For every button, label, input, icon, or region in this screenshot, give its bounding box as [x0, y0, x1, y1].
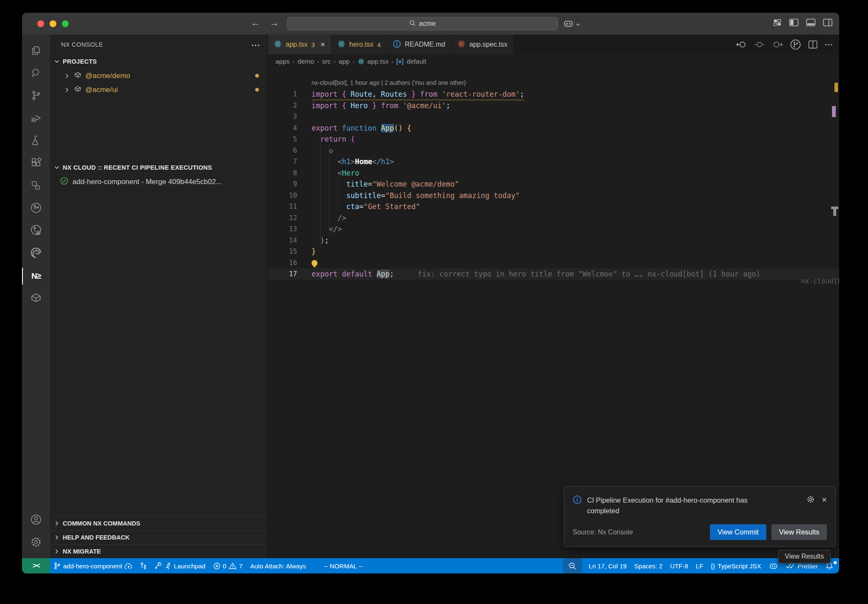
sidebar-item-explorer[interactable] [22, 40, 50, 62]
package-icon [74, 85, 82, 95]
toggle-secondary-sidebar-icon[interactable] [823, 18, 833, 27]
project-label: @acme/ui [85, 86, 118, 94]
lightbulb-icon[interactable] [312, 260, 317, 266]
code-line-7[interactable]: 7 <h1>Home</h1> [268, 156, 839, 168]
breadcrumb-item[interactable]: demo [298, 58, 314, 65]
toggle-panel-icon[interactable] [806, 18, 816, 27]
section-nx-cloud[interactable]: NX CLOUD :: RECENT CI PIPELINE EXECUTION… [50, 160, 267, 175]
sidebar-item-run-debug[interactable] [22, 107, 50, 130]
code-line-12[interactable]: 12 /> [268, 213, 839, 224]
zoom-status-item[interactable] [563, 558, 582, 573]
line-number: 11 [268, 201, 312, 213]
pipeline-execution-item[interactable]: add-hero-component - Merge 409b44e5cb02.… [50, 175, 267, 189]
branch-status-item[interactable]: add-hero-component [50, 558, 136, 573]
accounts-button[interactable] [22, 509, 50, 531]
section-help-and-feedback[interactable]: HELP AND FEEDBACK [50, 530, 267, 544]
code-line-15[interactable]: 15} [268, 246, 839, 257]
info-icon [573, 495, 582, 517]
sidebar-item-edge-tools[interactable] [22, 242, 50, 265]
git-compare-status-item[interactable] [136, 558, 150, 573]
notification-settings-gear-icon[interactable] [806, 495, 815, 506]
view-commit-button[interactable]: View Commit [710, 524, 766, 540]
sidebar-item-testing[interactable] [22, 130, 50, 152]
sidebar-item-extensions[interactable] [22, 152, 50, 175]
code-line-3[interactable]: 3 [268, 111, 839, 123]
code-line-11[interactable]: 11 cta="Get Started" [268, 201, 839, 213]
breadcrumb-item[interactable]: app [339, 58, 350, 65]
current-change-icon[interactable] [754, 41, 765, 48]
code-line-14[interactable]: 14 ); [268, 235, 839, 246]
previous-change-icon[interactable] [736, 41, 747, 48]
breadcrumb-item[interactable]: app.tsx [367, 58, 389, 65]
sidebar-item-gitlens[interactable] [22, 220, 50, 242]
sidebar-item-source-control[interactable] [22, 85, 50, 107]
breadcrumb-item[interactable]: src [322, 58, 331, 65]
customize-layout-icon[interactable] [773, 19, 782, 26]
section-projects[interactable]: PROJECTS [50, 54, 267, 69]
code-line-2[interactable]: 2import { Hero } from '@acme/ui'; [268, 100, 839, 112]
tab-badge: 3 [312, 41, 315, 48]
code-line-17[interactable]: 17export default App;fix: correct typo i… [268, 268, 839, 280]
next-change-icon[interactable] [772, 41, 783, 48]
eol-status-item[interactable]: LF [692, 558, 707, 573]
more-actions-icon[interactable] [825, 44, 832, 46]
toggle-primary-sidebar-icon[interactable] [789, 18, 799, 27]
code-line-4[interactable]: 4export function App() { [268, 123, 839, 134]
sidebar-item-remote-explorer[interactable] [22, 175, 50, 197]
close-window-button[interactable] [37, 20, 44, 27]
nx-cloud-icon [30, 201, 42, 216]
code-editor[interactable]: nx-cloud[bot], 1 hour ago | 2 authors (Y… [268, 69, 839, 558]
indentation-status-item[interactable]: Spaces: 2 [630, 558, 666, 573]
more-actions-icon[interactable] [251, 41, 260, 48]
auto-attach-status-item[interactable]: Auto Attach: Always [246, 558, 310, 573]
section-common-nx-commands[interactable]: COMMON NX COMMANDS [50, 516, 267, 530]
sidebar-item-search[interactable] [22, 62, 50, 85]
sidebar-item-nx-console[interactable]: N≥ [22, 265, 50, 287]
breadcrumb-item[interactable]: default [406, 58, 426, 65]
copilot-menu[interactable] [563, 18, 580, 31]
section-nx-migrate[interactable]: NX MIGRATE [50, 544, 267, 558]
code-line-8[interactable]: 8 <Hero [268, 168, 839, 179]
view-results-button[interactable]: View Results [771, 524, 827, 540]
code-line-10[interactable]: 10 subtitle="Build something amazing tod… [268, 190, 839, 201]
code-line-6[interactable]: 6 ◇ [268, 145, 839, 157]
launchpad-status-item[interactable]: Launchpad [150, 558, 209, 573]
command-center-search[interactable]: acme [287, 17, 558, 31]
back-button[interactable]: ← [251, 17, 260, 28]
breadcrumb-item[interactable]: apps [275, 58, 290, 65]
notification-close-icon[interactable]: × [822, 495, 827, 504]
code-line-1[interactable]: 1import { Route, Routes } from 'react-ro… [268, 89, 839, 100]
code-line-9[interactable]: 9 title="Welcome @acme/demo" [268, 179, 839, 190]
remote-indicator[interactable]: >< [22, 558, 50, 573]
split-editor-icon[interactable] [808, 40, 818, 49]
problems-status-item[interactable]: 0 7 [209, 558, 247, 573]
tab-app-spec-tsx[interactable]: app.spec.tsx [451, 35, 514, 54]
git-compare-icon [140, 562, 147, 570]
sidebar-item-nx-cloud[interactable] [22, 197, 50, 220]
code-line-13[interactable]: 13 </> [268, 224, 839, 235]
project-item-acme-demo[interactable]: @acme/demo [50, 69, 267, 83]
language-status-item[interactable]: {} TypeScript JSX [707, 558, 765, 573]
primary-sidebar: NX CONSOLE PROJECTS @acme/demo @acme/ui [50, 35, 268, 558]
cursor-position-status-item[interactable]: Ln 17, Col 19 [582, 558, 630, 573]
code-line-5[interactable]: 5 return ( [268, 134, 839, 145]
settings-button[interactable] [22, 531, 50, 554]
minimize-window-button[interactable] [50, 20, 56, 27]
vim-mode-status-item[interactable]: -- NORMAL -- [320, 558, 367, 573]
nx-console-icon: N≥ [31, 271, 41, 281]
tab-readme-md[interactable]: README.md [387, 35, 451, 54]
project-item-acme-ui[interactable]: @acme/ui [50, 83, 267, 97]
chevron-down-icon [576, 20, 580, 28]
testing-icon [30, 134, 42, 148]
zoom-window-button[interactable] [62, 20, 69, 27]
tab-hero-tsx[interactable]: hero.tsx 4 [331, 35, 387, 54]
code-line-16[interactable]: 16 [268, 257, 839, 269]
forward-button[interactable]: → [270, 17, 279, 28]
encoding-status-item[interactable]: UTF-8 [666, 558, 692, 573]
line-number: 14 [268, 235, 312, 246]
codelens-blame[interactable]: nx-cloud[bot], 1 hour ago | 2 authors (Y… [268, 77, 839, 89]
tab-app-tsx[interactable]: app.tsx 3 × [268, 35, 331, 54]
sidebar-item-package-explorer[interactable] [22, 287, 50, 310]
commit-graph-icon[interactable] [790, 39, 801, 50]
close-icon[interactable]: × [320, 40, 325, 49]
